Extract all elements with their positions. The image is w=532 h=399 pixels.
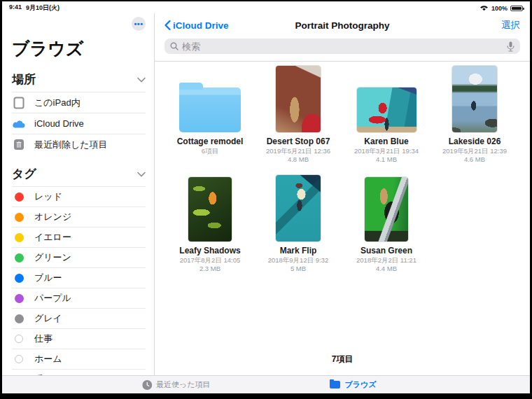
- locations-section-header[interactable]: 場所: [12, 71, 146, 92]
- sidebar-tag-home[interactable]: ホーム: [12, 349, 146, 369]
- folder-icon: [330, 381, 340, 388]
- status-date: 9月10日(火): [26, 4, 59, 13]
- mic-icon[interactable]: [507, 41, 514, 52]
- item-count: 7項目: [155, 354, 530, 375]
- sidebar-tag-blue[interactable]: ブルー: [12, 267, 146, 288]
- sidebar-more-button[interactable]: •••: [132, 17, 146, 31]
- sidebar-title: ブラウズ: [12, 37, 146, 60]
- tag-color-dot: [15, 213, 24, 222]
- sidebar-item-recently-deleted[interactable]: 最近削除した項目: [12, 134, 146, 155]
- tab-recents[interactable]: 最近使った項目: [142, 376, 211, 393]
- status-bar: 9:41 9月10日(火) 100%: [2, 1, 530, 13]
- trash-icon: [12, 139, 26, 150]
- sidebar-tag-purple[interactable]: パープル: [12, 288, 146, 308]
- sidebar-tag-gray[interactable]: グレイ: [12, 308, 146, 328]
- search-bar[interactable]: [164, 38, 520, 54]
- battery-percent: 100%: [491, 5, 507, 12]
- tag-color-dot: [15, 335, 23, 343]
- folder-icon: [179, 88, 241, 132]
- battery-icon: [510, 6, 523, 11]
- tag-color-dot: [15, 233, 24, 242]
- bottom-tab-bar: 最近使った項目 ブラウズ: [2, 375, 530, 393]
- main-panel: Portrait Photography iCloud Drive 選択: [155, 13, 530, 375]
- search-icon: [170, 42, 178, 50]
- file-item-desert-stop-067[interactable]: Desert Stop 067 2019年5月21日 12:36 4.8 MB: [254, 66, 342, 164]
- file-grid: Cottage remodel 6項目 Desert Stop 067 2019…: [155, 62, 530, 354]
- file-item-karen-blue[interactable]: Karen Blue 2018年3月21日 19:34 4.1 MB: [342, 66, 430, 164]
- tag-color-dot: [15, 294, 24, 303]
- sidebar-tag-important[interactable]: 重要: [12, 369, 146, 375]
- file-item-susan-green[interactable]: Susan Green 2018年2月2日 11:21 4.4 MB: [342, 175, 430, 273]
- tags-section-header[interactable]: タグ: [12, 166, 146, 186]
- sidebar-tag-yellow[interactable]: イエロー: [12, 227, 146, 247]
- file-thumbnail: [357, 88, 416, 132]
- clock-icon: [142, 380, 152, 390]
- select-button[interactable]: 選択: [501, 19, 520, 31]
- sidebar-item-icloud-drive[interactable]: iCloud Drive: [12, 113, 146, 134]
- file-thumbnail: [365, 177, 408, 241]
- icloud-icon: [12, 119, 26, 129]
- tag-color-dot: [15, 314, 24, 323]
- file-thumbnail: [276, 175, 321, 241]
- chevron-left-icon: [164, 20, 171, 30]
- file-thumbnail: [452, 66, 497, 132]
- files-app-screen: 9:41 9月10日(火) 100% ••• ブラウズ 場所: [2, 1, 530, 393]
- tag-color-dot: [15, 355, 23, 363]
- sidebar-tag-work[interactable]: 仕事: [12, 328, 146, 349]
- file-thumbnail: [276, 66, 321, 132]
- back-button[interactable]: iCloud Drive: [164, 20, 229, 31]
- chevron-down-icon: [137, 172, 146, 177]
- tab-browse[interactable]: ブラウズ: [330, 376, 376, 393]
- file-thumbnail: [188, 177, 232, 241]
- sidebar-tag-red[interactable]: レッド: [12, 186, 146, 206]
- wifi-icon: [479, 4, 489, 13]
- search-input[interactable]: [182, 41, 503, 52]
- sidebar-tag-orange[interactable]: オレンジ: [12, 206, 146, 227]
- sidebar: ••• ブラウズ 場所 このiPad内 iCloud Drive: [2, 13, 155, 375]
- ipad-icon: [12, 97, 26, 109]
- sidebar-item-this-ipad[interactable]: このiPad内: [12, 92, 146, 113]
- tag-color-dot: [15, 253, 24, 262]
- chevron-down-icon: [137, 77, 146, 83]
- file-item-leafy-shadows[interactable]: Leafy Shadows 2017年8月2日 14:05 2.3 MB: [166, 175, 254, 273]
- file-item-lakeside-026[interactable]: Lakeside 026 2019年5月21日 12:39 4.6 MB: [430, 66, 519, 164]
- tag-color-dot: [15, 274, 24, 283]
- device-frame: 9:41 9月10日(火) 100% ••• ブラウズ 場所: [0, 0, 532, 399]
- sidebar-tag-green[interactable]: グリーン: [12, 247, 146, 267]
- tag-color-dot: [15, 192, 24, 202]
- file-item-cottage-remodel[interactable]: Cottage remodel 6項目: [166, 66, 254, 164]
- file-item-mark-flip[interactable]: Mark Flip 2018年9月12日 9:32 5 MB: [254, 175, 342, 273]
- status-time: 9:41: [9, 4, 22, 13]
